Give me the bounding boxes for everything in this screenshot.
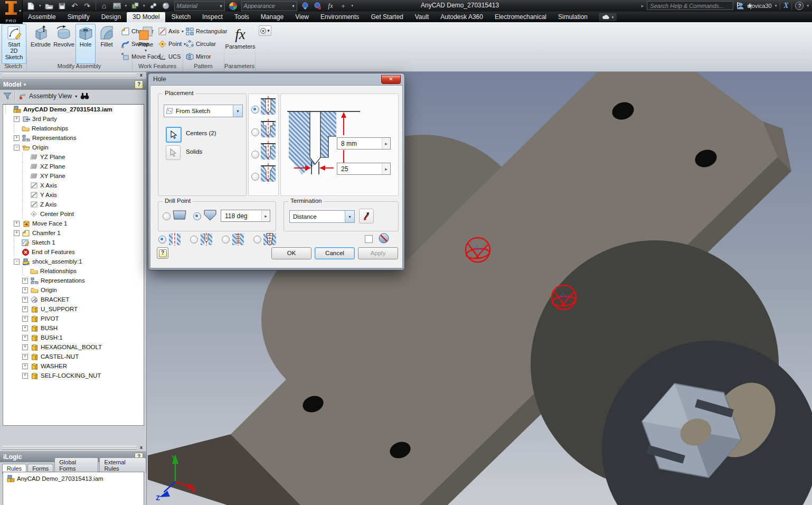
tab-simulation[interactable]: Simulation	[552, 12, 593, 22]
constraint-button[interactable]	[149, 2, 158, 10]
expand-icon[interactable]: +	[22, 363, 28, 369]
hole-type-countersink-radio[interactable]	[251, 173, 259, 181]
value-flyout-arrow-icon[interactable]: ▸	[382, 163, 390, 174]
ilogic-tab-external-rules[interactable]: External Rules	[99, 457, 146, 473]
circular-pattern-button[interactable]: Circular	[186, 39, 216, 49]
expand-icon[interactable]: +	[22, 373, 28, 379]
view-mode-selector[interactable]: Assembly View	[29, 92, 72, 100]
expand-icon[interactable]: +	[14, 221, 20, 227]
tree-item-shock-assembly-1[interactable]: −shock_assembly:1	[3, 257, 144, 266]
countersink-hole-icon[interactable]	[260, 163, 276, 185]
expand-icon[interactable]: +	[22, 344, 28, 350]
tree-item-washer[interactable]: +WASHER	[3, 361, 144, 371]
search-input[interactable]: Search Help & Commands...	[647, 1, 733, 10]
tree-item-3rd-party[interactable]: +3rd Party	[3, 114, 144, 124]
tab-simplify[interactable]: Simplify	[62, 12, 96, 22]
chevron-down-icon[interactable]: ▾	[233, 105, 242, 117]
clearance-hole-icon[interactable]	[200, 233, 213, 248]
group-label-modify-assembly[interactable]: Modify Assembly	[26, 62, 132, 70]
expand-icon[interactable]: +	[14, 116, 20, 122]
apply-button[interactable]: Apply	[358, 247, 398, 259]
spotface-hole-icon[interactable]	[260, 141, 276, 163]
chevron-down-icon[interactable]: ▾	[352, 4, 354, 8]
collapse-icon[interactable]: −	[14, 145, 20, 151]
ucs-button[interactable]: UCS	[158, 52, 181, 61]
revolve-button[interactable]: Revolve	[52, 24, 75, 64]
drill-point-angle-radio[interactable]	[193, 212, 201, 220]
help-icon[interactable]: ?	[795, 2, 804, 10]
home-view-button[interactable]: ⌂	[100, 2, 109, 10]
tree-item-relationships[interactable]: Relationships	[3, 124, 144, 133]
expand-icon[interactable]: +	[22, 306, 28, 312]
panel-title[interactable]: Model	[3, 81, 22, 88]
tree-item-bush-1[interactable]: +BUSH:1	[3, 333, 144, 342]
chevron-down-icon[interactable]: ▾	[345, 211, 354, 222]
collapse-icon[interactable]: −	[14, 259, 20, 265]
a360-cloud-button[interactable]: ▾	[599, 13, 617, 21]
tab-assemble[interactable]: Assemble	[22, 12, 62, 22]
infer-imates-checkbox[interactable]	[365, 235, 373, 243]
undo-button[interactable]: ↶	[70, 2, 79, 10]
tree-item-bracket[interactable]: +BRACKET	[3, 295, 144, 304]
tree-item-move-face-1[interactable]: +Move Face 1	[3, 219, 144, 228]
style-tapped-hole-radio[interactable]	[222, 236, 230, 244]
help-icon[interactable]: ?	[135, 80, 143, 89]
tab-vault[interactable]: Vault	[409, 12, 435, 22]
mirror-button[interactable]: Mirror	[186, 52, 211, 61]
color-wheel-icon[interactable]	[229, 2, 238, 10]
tree-item-x-axis[interactable]: X Axis	[3, 181, 144, 190]
tree-item-center-point[interactable]: Center Point	[3, 209, 144, 219]
tree-item-relationships[interactable]: Relationships	[3, 266, 144, 276]
ribbon-overflow-button[interactable]: ▾	[259, 25, 271, 36]
tree-item-end-of-features[interactable]: End of Features	[3, 247, 144, 257]
tab-manage[interactable]: Manage	[255, 12, 289, 22]
material-dropdown[interactable]: Material ▾	[174, 1, 225, 11]
no-preview-icon[interactable]	[379, 233, 389, 246]
axis-button[interactable]: Axis ▾	[158, 26, 184, 36]
flip-direction-button[interactable]	[359, 209, 374, 223]
redo-button[interactable]: ↷	[83, 2, 92, 10]
expand-icon[interactable]: +	[22, 278, 28, 284]
placement-mode-dropdown[interactable]: From Sketch ▾	[164, 105, 243, 117]
tree-item-hexagonal-boolt[interactable]: +HEXAGONAL_BOOLT	[3, 342, 144, 352]
simple-hole-icon[interactable]	[168, 233, 182, 248]
hole-type-spotface-radio[interactable]	[251, 151, 259, 158]
filter-icon[interactable]	[3, 92, 12, 100]
ilogic-tab-global-forms[interactable]: Global Forms	[54, 457, 98, 473]
exchange-apps-icon[interactable]: X	[783, 2, 788, 10]
expand-icon[interactable]: +	[22, 287, 28, 293]
username[interactable]: djovica30	[747, 3, 771, 9]
tree-item-anycad-demo-270315413-iam[interactable]: AnyCAD Demo_270315413.iam	[3, 105, 144, 114]
tree-item-chamfer-1[interactable]: +Chamfer 1	[3, 228, 144, 238]
angle-drill-point-icon[interactable]	[203, 210, 218, 223]
application-menu-button[interactable]: PRO ▾	[0, 0, 23, 24]
expand-icon[interactable]: +	[22, 297, 28, 303]
style-taper-tapped-hole-radio[interactable]	[253, 236, 261, 244]
tab-autodesk-a360[interactable]: Autodesk A360	[435, 12, 489, 22]
cancel-button[interactable]: Cancel	[315, 247, 355, 259]
chevron-down-icon[interactable]: ▾	[125, 4, 127, 8]
hole-type-drilled-radio[interactable]	[251, 106, 259, 114]
panel-splitter[interactable]: x	[0, 71, 146, 79]
tree-item-sketch-1[interactable]: Sketch 1	[3, 238, 144, 247]
hole-depth-field[interactable]: 8 mm ▸	[337, 137, 391, 149]
tree-item-u-support[interactable]: +U_SUPPORT	[3, 304, 144, 314]
group-label-parameters[interactable]: Parameters ▾	[224, 62, 255, 70]
drill-angle-field[interactable]: 118 deg ▸	[221, 210, 270, 222]
hole-type-counterbore-radio[interactable]	[251, 128, 259, 136]
parameters-button[interactable]: fx Parameters	[226, 24, 254, 64]
fx-parameters-button[interactable]: fx	[326, 2, 335, 10]
taper-tapped-hole-icon[interactable]	[263, 233, 277, 248]
group-label-sketch[interactable]: Sketch	[0, 62, 26, 70]
tab-inspect[interactable]: Inspect	[196, 12, 229, 22]
tab-3d-model[interactable]: 3D Model	[127, 12, 165, 22]
close-icon[interactable]: x	[138, 445, 144, 451]
point-button[interactable]: Point ▾	[158, 39, 186, 49]
tree-item-representations[interactable]: +Representations	[3, 133, 144, 143]
tab-sketch[interactable]: Sketch	[165, 12, 196, 22]
termination-dropdown[interactable]: Distance ▾	[289, 210, 355, 223]
close-icon[interactable]: x	[138, 72, 144, 78]
counterbore-hole-icon[interactable]	[260, 119, 276, 141]
value-flyout-arrow-icon[interactable]: ▸	[261, 210, 270, 221]
tree-item-self-locking-nut[interactable]: +SELF-LOCKING_NUT	[3, 371, 144, 380]
